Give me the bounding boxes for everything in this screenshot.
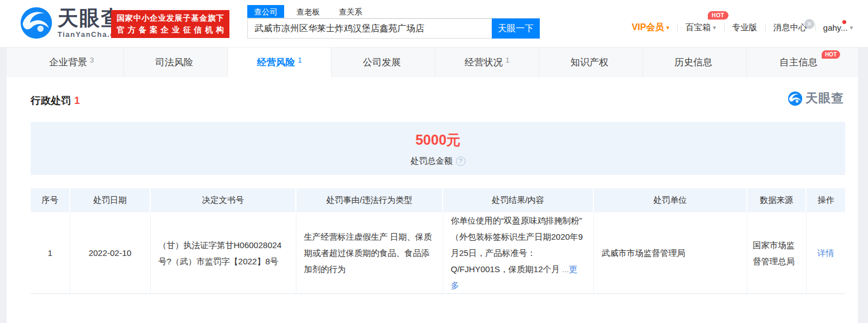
column-header-source: 数据来源 — [747, 188, 806, 212]
tab-count: 1 — [298, 56, 301, 64]
search-area: 查公司 查老板 查关系 天眼一下 — [247, 5, 540, 39]
table-header-row: 序号 处罚日期 决定文书号 处罚事由/违法行为类型 处罚结果/内容 处罚单位 数… — [31, 188, 845, 212]
tab-label: 公司发展 — [363, 56, 401, 69]
cell-result: 你单位使用的“双盈原味鸡排腌制粉”（外包装标签标识生产日期2020年9月25日，… — [443, 212, 593, 294]
tianyancha-page: 天眼查 TianYanCha.com 国家中小企业发展子基金旗下 官方备案企业征… — [0, 0, 868, 323]
cell-reason: 生产经营标注虚假生产 日期、保质期或者超过保质期的食品、食品添加剂的行为 — [296, 212, 443, 294]
tianyancha-logo-icon — [788, 91, 803, 106]
ellipsis: ... — [562, 264, 569, 274]
tab-label: 经营状况 — [464, 56, 502, 69]
cell-source: 国家市场监督管理总局 — [747, 212, 806, 294]
nav-divider — [724, 23, 725, 31]
cell-action: 详情 — [806, 212, 845, 294]
tab-operating-risk[interactable]: 经营风险1 — [227, 48, 331, 77]
search-input[interactable] — [247, 18, 492, 39]
help-icon[interactable]: ? — [456, 156, 466, 166]
cell-doc-no: （甘）执法证字第甘H060028024号?（武）市监罚字【2022】8号 — [150, 212, 296, 294]
nav-account-label: gahy... — [823, 23, 848, 32]
section-count-badge: 1 — [74, 95, 80, 106]
nav-pro-version[interactable]: 专业版 — [732, 22, 757, 33]
nav-message-center[interactable]: 消息中心 — [774, 22, 807, 33]
nav-vip[interactable]: VIP会员 ▾ — [632, 22, 669, 34]
nav-toolbox[interactable]: HOT 百宝箱 ▾ — [685, 22, 716, 33]
certification-line1: 国家中小企业发展子基金旗下 — [117, 12, 224, 24]
search-tabs: 查公司 查老板 查关系 — [247, 5, 540, 18]
tab-judicial-risk[interactable]: 司法风险 — [123, 48, 227, 77]
tab-count: 3 — [90, 56, 94, 64]
tab-history-info[interactable]: 历史信息 — [642, 48, 746, 77]
content-card: 企业背景3 司法风险 经营风险1 公司发展 经营状况1 知识产权 历史信息 自主… — [7, 48, 858, 323]
tab-count: 1 — [505, 56, 509, 64]
hot-badge: HOT — [708, 11, 728, 20]
tab-intellectual-property[interactable]: 知识产权 — [539, 48, 642, 77]
tab-label: 经营风险 — [257, 56, 295, 69]
tab-self-published-info[interactable]: 自主信息 HOT — [746, 48, 850, 77]
section-header: 行政处罚1 — [31, 94, 80, 107]
penalty-table: 序号 处罚日期 决定文书号 处罚事由/违法行为类型 处罚结果/内容 处罚单位 数… — [31, 188, 845, 294]
chevron-down-icon: ▾ — [666, 24, 669, 31]
column-header-unit: 处罚单位 — [593, 188, 747, 212]
section-title: 行政处罚 — [31, 95, 71, 106]
search-tab-relations[interactable]: 查关系 — [332, 5, 369, 18]
nav-divider — [815, 23, 816, 31]
top-bar: 天眼查 TianYanCha.com 国家中小企业发展子基金旗下 官方备案企业征… — [0, 0, 868, 48]
nav-account[interactable]: gahy... ▾ — [823, 23, 853, 32]
chevron-down-icon: ▾ — [850, 24, 853, 31]
tianyancha-logo-icon — [20, 6, 53, 40]
penalty-amount-label: 处罚总金额 — [411, 156, 453, 167]
search-tab-boss[interactable]: 查老板 — [290, 5, 327, 18]
certification-line2: 官方备案企业征信机构 — [117, 24, 224, 36]
detail-link[interactable]: 详情 — [817, 248, 834, 258]
penalty-amount: 5000元 — [415, 131, 461, 149]
nav-divider — [765, 23, 766, 31]
watermark-brand: 天眼查 — [805, 90, 844, 107]
tab-label: 知识产权 — [570, 56, 608, 69]
column-header-date: 处罚日期 — [70, 188, 150, 212]
penalty-total-banner: 5000元 处罚总金额 ? — [31, 122, 845, 175]
top-nav: VIP会员 ▾ HOT 百宝箱 ▾ 专业版 消息中心 gahy... ▾ — [632, 20, 853, 35]
column-header-reason: 处罚事由/违法行为类型 — [296, 188, 443, 212]
company-tab-bar: 企业背景3 司法风险 经营风险1 公司发展 经营状况1 知识产权 历史信息 自主… — [7, 48, 858, 77]
column-header-doc-no: 决定文书号 — [150, 188, 296, 212]
column-header-result: 处罚结果/内容 — [443, 188, 593, 212]
tab-company-development[interactable]: 公司发展 — [331, 48, 435, 77]
search-button[interactable]: 天眼一下 — [492, 18, 540, 39]
nav-divider — [677, 23, 678, 31]
nav-vip-label: VIP会员 — [632, 22, 664, 34]
watermark-logo: 天眼查 — [788, 90, 844, 107]
hot-badge: HOT — [822, 50, 840, 59]
tab-label: 自主信息 — [780, 56, 818, 69]
nav-pro-label: 专业版 — [732, 22, 757, 33]
tab-company-background[interactable]: 企业背景3 — [20, 48, 123, 77]
certification-badge: 国家中小企业发展子基金旗下 官方备案企业征信机构 — [111, 10, 229, 38]
cell-date: 2022-02-10 — [70, 212, 150, 294]
tab-label: 司法风险 — [155, 56, 193, 69]
tab-label: 历史信息 — [674, 56, 712, 69]
column-header-action: 操作 — [806, 188, 845, 212]
tab-operating-status[interactable]: 经营状况1 — [435, 48, 539, 77]
chevron-down-icon: ▾ — [713, 24, 716, 31]
column-header-index: 序号 — [31, 188, 70, 212]
notification-dot — [842, 20, 846, 24]
nav-toolbox-label: 百宝箱 — [685, 22, 711, 33]
cell-index: 1 — [31, 212, 70, 294]
cell-unit: 武威市市场监督管理局 — [593, 212, 747, 294]
nav-messages-label: 消息中心 — [774, 22, 807, 33]
search-tab-company[interactable]: 查公司 — [247, 5, 284, 18]
tab-label: 企业背景 — [49, 56, 87, 69]
table-row: 1 2022-02-10 （甘）执法证字第甘H060028024号?（武）市监罚… — [31, 212, 845, 294]
